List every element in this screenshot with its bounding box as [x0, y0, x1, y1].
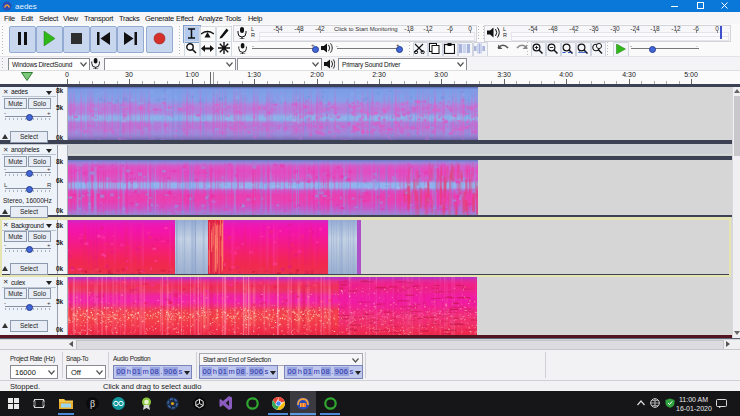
svg-text:β: β [90, 398, 95, 409]
